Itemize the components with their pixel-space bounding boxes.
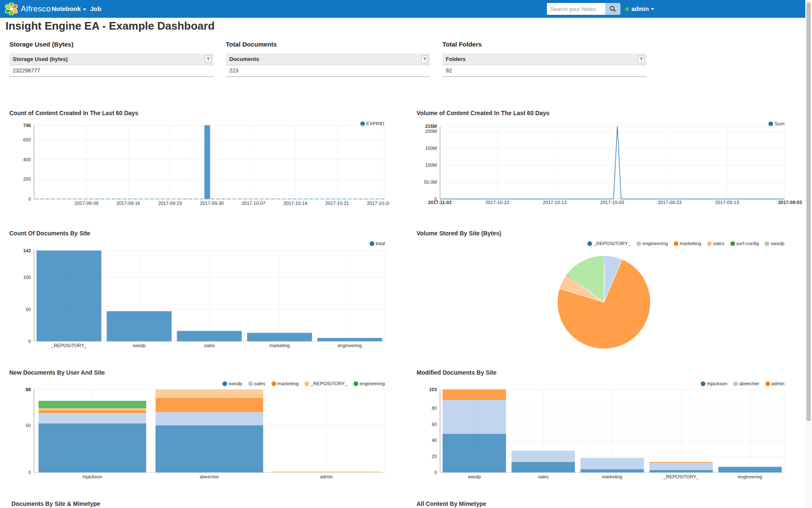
svg-text:80: 80 [432,406,437,411]
svg-text:100: 100 [23,275,31,280]
svg-text:60: 60 [432,422,437,427]
stat-table-folders: Total Folders Folders 92 [442,41,647,77]
stat-table-storage: Storage Used (Bytes) Storage Used (bytes… [9,41,214,77]
chevron-down-icon [651,8,654,10]
bar-segment[interactable] [38,401,146,409]
user-menu[interactable]: admin [625,0,654,18]
stat-column-header: Documents [226,53,430,65]
svg-text:0: 0 [434,470,437,475]
bar-segment[interactable] [156,425,263,472]
bar[interactable] [247,333,312,341]
scrollbar-thumb[interactable] [807,2,811,421]
bar[interactable] [177,331,242,341]
stat-value: 232296777 [9,65,214,77]
svg-text:abeecher: abeecher [200,474,219,479]
bar-segment[interactable] [38,410,146,413]
svg-text:600: 600 [23,137,31,142]
stat-column-header: Storage Used (bytes) [9,53,214,65]
bar-segment[interactable] [156,412,263,425]
filter-icon[interactable] [421,55,428,63]
stacked-bar-chart-new-docs[interactable]: 05088mjacksonabeecheradmin [9,378,389,495]
search-input[interactable] [547,3,605,15]
bar-chart-count-created[interactable]: 02004006007462017-09-092017-09-162017-09… [9,119,389,211]
pie-slices [557,256,650,349]
svg-text:2017-10-23: 2017-10-23 [486,200,509,205]
svg-text:sales: sales [204,343,215,348]
bar-segment[interactable] [512,462,575,472]
bar[interactable] [318,338,382,341]
navbar: Alfresco Notebook Job admin [0,0,812,18]
stat-title: Total Folders [442,41,647,53]
svg-text:2017-10-14: 2017-10-14 [283,201,307,206]
filter-icon[interactable] [638,55,645,63]
svg-text:2017-10-07: 2017-10-07 [241,201,265,206]
bar-segment[interactable] [650,462,713,463]
svg-text:100M: 100M [425,163,437,168]
search-icon [609,6,616,12]
bar[interactable] [205,125,210,199]
stat-column-label: Documents [229,56,259,62]
svg-text:marketing: marketing [269,343,290,348]
bar-segment[interactable] [443,400,506,434]
bar-segment[interactable] [156,389,263,398]
stat-title: Storage Used (Bytes) [9,41,214,53]
stat-table-documents: Total Documents Documents 223 [226,41,430,77]
svg-text:2017-09-23: 2017-09-23 [158,201,182,206]
svg-text:2017-09-13: 2017-09-13 [715,200,739,205]
stacked-bar-chart-modified-docs[interactable]: 020406080103swsdpsalesmarketing_REPOSITO… [417,378,802,495]
bar-segment[interactable] [443,434,506,472]
bar[interactable] [107,311,172,341]
svg-text:_REPOSITORY_: _REPOSITORY_ [663,474,700,479]
bar-segment[interactable] [443,389,506,400]
svg-text:2017-09-23: 2017-09-23 [658,200,681,205]
chart-title: Count of Content Created In The Last 60 … [9,110,138,116]
svg-text:50.0M: 50.0M [424,179,437,185]
bar-segment[interactable] [650,470,713,472]
nav-item-job[interactable]: Job [90,0,102,18]
svg-text:200M: 200M [425,129,437,134]
svg-text:215M: 215M [425,124,437,129]
bar-chart-docs-by-site[interactable]: 050100142_REPOSITORY_swsdpsalesmarketing… [9,238,389,352]
bar-segment[interactable] [650,463,713,470]
pie-chart-volume-by-site[interactable] [417,238,802,352]
bar-segment[interactable] [156,398,263,412]
chart-title: New Documents By User And Site [9,369,105,376]
bar-segment[interactable] [512,451,575,462]
page-title: Insight Engine EA - Example Dashboard [5,19,215,33]
bar-segment[interactable] [581,469,644,472]
svg-text:150M: 150M [425,146,437,151]
svg-text:40: 40 [432,438,437,443]
svg-text:0: 0 [28,339,31,344]
line-chart-volume-created[interactable]: 050.0M100M150M200M215M2017-11-022017-10-… [417,119,802,211]
bar-segment[interactable] [581,458,644,469]
nav-item-notebook[interactable]: Notebook [52,0,86,18]
bar-segment[interactable] [38,413,146,424]
svg-text:2017-09-03: 2017-09-03 [778,200,802,205]
user-name: admin [631,6,649,12]
svg-text:400: 400 [23,157,31,162]
svg-text:_REPOSITORY_: _REPOSITORY_ [51,343,87,348]
svg-text:2017-09-16: 2017-09-16 [116,201,140,206]
svg-text:746: 746 [23,123,31,128]
bar-segment[interactable] [719,467,782,472]
stat-column-label: Folders [446,56,466,62]
bar-segment[interactable] [272,472,380,472]
svg-text:2017-10-21: 2017-10-21 [325,201,349,206]
search-box [547,3,620,15]
scrollbar-track[interactable] [805,0,812,508]
chart-title: Volume Stored By Site (Bytes) [417,230,501,237]
svg-text:swsdp: swsdp [132,343,145,348]
online-status-icon [625,7,629,11]
bar[interactable] [37,251,102,341]
bar-segment[interactable] [38,409,146,410]
svg-text:2017-10-28: 2017-10-28 [367,201,389,206]
alfresco-logo[interactable]: Alfresco [5,3,51,15]
bar-segment[interactable] [38,423,146,472]
svg-text:50: 50 [26,423,31,428]
filter-icon[interactable] [205,55,211,63]
svg-text:2017-11-02: 2017-11-02 [428,200,452,205]
dashboard-page: Alfresco Notebook Job admin Insight Engi… [0,0,812,508]
svg-text:mjackson: mjackson [82,474,102,479]
svg-text:sales: sales [538,474,549,479]
search-button[interactable] [605,3,620,15]
